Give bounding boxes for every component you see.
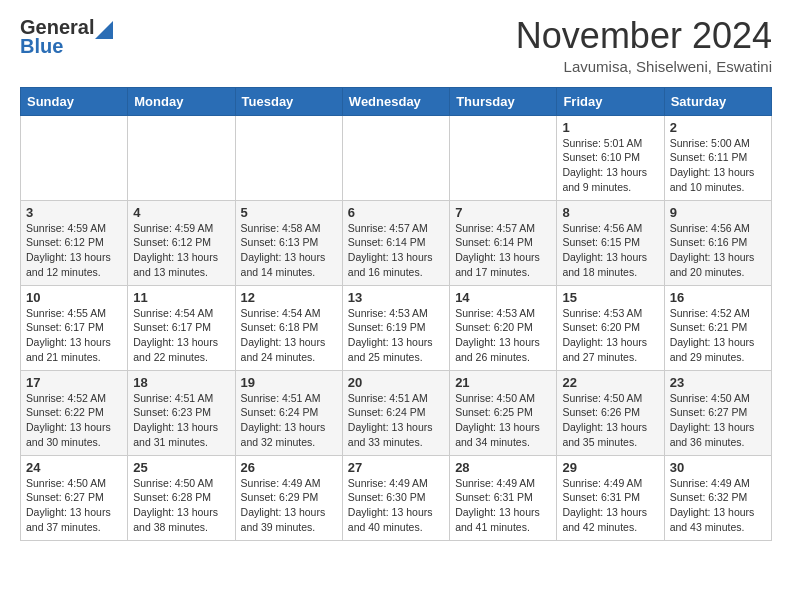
day-info: Sunrise: 4:50 AMSunset: 6:27 PMDaylight:… [26,476,122,535]
month-title: November 2024 [516,16,772,56]
day-number: 7 [455,205,551,220]
calendar-week-row: 1Sunrise: 5:01 AMSunset: 6:10 PMDaylight… [21,115,772,200]
calendar-cell: 9Sunrise: 4:56 AMSunset: 6:16 PMDaylight… [664,200,771,285]
day-info: Sunrise: 4:51 AMSunset: 6:24 PMDaylight:… [348,391,444,450]
day-number: 12 [241,290,337,305]
calendar-cell: 1Sunrise: 5:01 AMSunset: 6:10 PMDaylight… [557,115,664,200]
weekday-header-saturday: Saturday [664,87,771,115]
day-info: Sunrise: 4:52 AMSunset: 6:22 PMDaylight:… [26,391,122,450]
day-info: Sunrise: 4:56 AMSunset: 6:15 PMDaylight:… [562,221,658,280]
day-info: Sunrise: 4:50 AMSunset: 6:25 PMDaylight:… [455,391,551,450]
day-info: Sunrise: 4:49 AMSunset: 6:31 PMDaylight:… [455,476,551,535]
calendar-cell: 26Sunrise: 4:49 AMSunset: 6:29 PMDayligh… [235,455,342,540]
calendar-week-row: 3Sunrise: 4:59 AMSunset: 6:12 PMDaylight… [21,200,772,285]
day-number: 14 [455,290,551,305]
day-number: 13 [348,290,444,305]
calendar-cell [21,115,128,200]
calendar-cell [450,115,557,200]
day-number: 15 [562,290,658,305]
calendar-cell: 8Sunrise: 4:56 AMSunset: 6:15 PMDaylight… [557,200,664,285]
weekday-header-row: SundayMondayTuesdayWednesdayThursdayFrid… [21,87,772,115]
calendar-cell: 10Sunrise: 4:55 AMSunset: 6:17 PMDayligh… [21,285,128,370]
day-info: Sunrise: 4:50 AMSunset: 6:26 PMDaylight:… [562,391,658,450]
day-info: Sunrise: 4:57 AMSunset: 6:14 PMDaylight:… [348,221,444,280]
day-info: Sunrise: 4:57 AMSunset: 6:14 PMDaylight:… [455,221,551,280]
day-number: 19 [241,375,337,390]
calendar-cell [235,115,342,200]
calendar-cell: 27Sunrise: 4:49 AMSunset: 6:30 PMDayligh… [342,455,449,540]
calendar-cell: 11Sunrise: 4:54 AMSunset: 6:17 PMDayligh… [128,285,235,370]
calendar-cell: 16Sunrise: 4:52 AMSunset: 6:21 PMDayligh… [664,285,771,370]
day-number: 25 [133,460,229,475]
day-number: 1 [562,120,658,135]
day-number: 26 [241,460,337,475]
calendar-week-row: 24Sunrise: 4:50 AMSunset: 6:27 PMDayligh… [21,455,772,540]
calendar-cell: 6Sunrise: 4:57 AMSunset: 6:14 PMDaylight… [342,200,449,285]
weekday-header-sunday: Sunday [21,87,128,115]
day-number: 9 [670,205,766,220]
day-info: Sunrise: 4:50 AMSunset: 6:27 PMDaylight:… [670,391,766,450]
location-subtitle: Lavumisa, Shiselweni, Eswatini [516,58,772,75]
calendar-cell: 18Sunrise: 4:51 AMSunset: 6:23 PMDayligh… [128,370,235,455]
weekday-header-tuesday: Tuesday [235,87,342,115]
day-number: 10 [26,290,122,305]
weekday-header-monday: Monday [128,87,235,115]
calendar-cell [128,115,235,200]
day-info: Sunrise: 4:55 AMSunset: 6:17 PMDaylight:… [26,306,122,365]
day-number: 17 [26,375,122,390]
calendar-cell [342,115,449,200]
weekday-header-thursday: Thursday [450,87,557,115]
day-info: Sunrise: 4:53 AMSunset: 6:20 PMDaylight:… [455,306,551,365]
day-number: 30 [670,460,766,475]
day-number: 18 [133,375,229,390]
calendar-cell: 13Sunrise: 4:53 AMSunset: 6:19 PMDayligh… [342,285,449,370]
day-info: Sunrise: 4:51 AMSunset: 6:23 PMDaylight:… [133,391,229,450]
calendar-cell: 19Sunrise: 4:51 AMSunset: 6:24 PMDayligh… [235,370,342,455]
calendar-cell: 12Sunrise: 4:54 AMSunset: 6:18 PMDayligh… [235,285,342,370]
calendar-cell: 7Sunrise: 4:57 AMSunset: 6:14 PMDaylight… [450,200,557,285]
day-info: Sunrise: 4:59 AMSunset: 6:12 PMDaylight:… [133,221,229,280]
day-info: Sunrise: 4:49 AMSunset: 6:32 PMDaylight:… [670,476,766,535]
day-number: 27 [348,460,444,475]
day-info: Sunrise: 4:51 AMSunset: 6:24 PMDaylight:… [241,391,337,450]
day-number: 20 [348,375,444,390]
calendar-cell: 30Sunrise: 4:49 AMSunset: 6:32 PMDayligh… [664,455,771,540]
weekday-header-friday: Friday [557,87,664,115]
day-number: 2 [670,120,766,135]
page: General Blue November 2024 Lavumisa, Shi… [0,0,792,561]
calendar-cell: 2Sunrise: 5:00 AMSunset: 6:11 PMDaylight… [664,115,771,200]
calendar-cell: 20Sunrise: 4:51 AMSunset: 6:24 PMDayligh… [342,370,449,455]
day-info: Sunrise: 4:56 AMSunset: 6:16 PMDaylight:… [670,221,766,280]
calendar-cell: 15Sunrise: 4:53 AMSunset: 6:20 PMDayligh… [557,285,664,370]
day-number: 5 [241,205,337,220]
header: General Blue November 2024 Lavumisa, Shi… [20,16,772,75]
day-number: 24 [26,460,122,475]
calendar-cell: 28Sunrise: 4:49 AMSunset: 6:31 PMDayligh… [450,455,557,540]
day-info: Sunrise: 4:49 AMSunset: 6:30 PMDaylight:… [348,476,444,535]
calendar-week-row: 17Sunrise: 4:52 AMSunset: 6:22 PMDayligh… [21,370,772,455]
day-info: Sunrise: 4:54 AMSunset: 6:17 PMDaylight:… [133,306,229,365]
day-number: 8 [562,205,658,220]
logo-triangle-icon [95,17,113,39]
day-info: Sunrise: 4:49 AMSunset: 6:31 PMDaylight:… [562,476,658,535]
logo-blue: Blue [20,35,63,58]
calendar-cell: 17Sunrise: 4:52 AMSunset: 6:22 PMDayligh… [21,370,128,455]
day-number: 6 [348,205,444,220]
day-number: 23 [670,375,766,390]
day-number: 29 [562,460,658,475]
calendar-cell: 24Sunrise: 4:50 AMSunset: 6:27 PMDayligh… [21,455,128,540]
weekday-header-wednesday: Wednesday [342,87,449,115]
logo: General Blue [20,16,114,58]
day-number: 21 [455,375,551,390]
day-info: Sunrise: 5:01 AMSunset: 6:10 PMDaylight:… [562,136,658,195]
calendar-cell: 4Sunrise: 4:59 AMSunset: 6:12 PMDaylight… [128,200,235,285]
day-number: 3 [26,205,122,220]
day-number: 16 [670,290,766,305]
day-info: Sunrise: 4:53 AMSunset: 6:20 PMDaylight:… [562,306,658,365]
calendar-cell: 21Sunrise: 4:50 AMSunset: 6:25 PMDayligh… [450,370,557,455]
day-number: 22 [562,375,658,390]
calendar: SundayMondayTuesdayWednesdayThursdayFrid… [20,87,772,541]
svg-marker-0 [95,21,113,39]
day-info: Sunrise: 4:54 AMSunset: 6:18 PMDaylight:… [241,306,337,365]
day-number: 28 [455,460,551,475]
